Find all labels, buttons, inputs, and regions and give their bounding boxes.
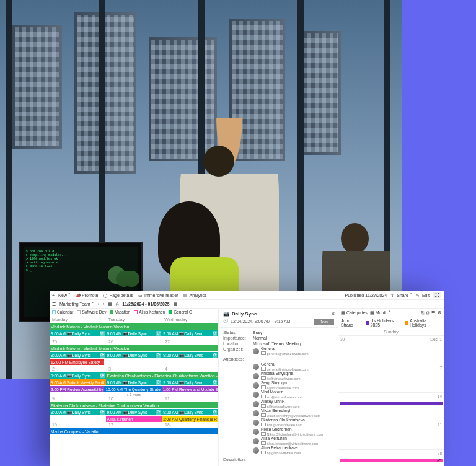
mail-icon: [261, 404, 266, 408]
month-cell[interactable]: 21: [338, 421, 444, 450]
settings-icon[interactable]: ⚙: [438, 310, 441, 315]
date-range[interactable]: 11/25/2024 - 01/06/2025: [122, 302, 169, 306]
mail-icon: [261, 451, 266, 454]
event-vacation[interactable]: Vladimir Motorin - Vladimir Motorin Vaca…: [50, 345, 218, 351]
description-label: Description:: [223, 457, 253, 462]
date-number: 14: [438, 394, 442, 398]
nav-prev[interactable]: ‹: [98, 302, 99, 306]
legend-alisa[interactable]: Alisa Kettunen: [134, 310, 165, 314]
holiday-bar[interactable]: [340, 402, 443, 405]
new-button[interactable]: +New ˅: [52, 293, 71, 298]
event-daily-sync[interactable]: 9:00 AM📷 Daily Sync⟳: [50, 352, 106, 358]
importance-value: Normal: [253, 336, 267, 340]
legend-general[interactable]: General C: [169, 310, 192, 314]
list-icon: ☰: [52, 302, 56, 307]
attendee-email: s@virtosoftware.com: [261, 385, 299, 390]
event-alisa[interactable]: Alisa Kettunen: [106, 416, 162, 422]
holiday-bar[interactable]: [340, 459, 443, 462]
month-cell[interactable]: 14: [338, 393, 444, 421]
event-daily-sync[interactable]: 9:00 AM📷 Daily Sync⟳: [162, 409, 218, 415]
attendees-label: Attendees:: [223, 357, 253, 361]
event-daily-sync[interactable]: 9:00 AM📷 Daily Sync⟳: [162, 379, 218, 385]
event-daily-sync[interactable]: 9:00 AM📷 Daily Sync⟳: [50, 330, 106, 336]
event-daily-sync[interactable]: 9:00 AM📷 Daily Sync⟳: [106, 379, 162, 385]
mail-icon: [261, 376, 266, 380]
mail-icon: [261, 385, 266, 389]
event-daily-sync[interactable]: 9:00 AM📷 Daily Sync⟳: [106, 330, 162, 336]
legend-au-holidays[interactable]: Australia Holidays: [405, 319, 441, 327]
attendee-email: al@virtosoftware.com: [261, 404, 300, 409]
join-button[interactable]: Join: [314, 319, 334, 325]
recur-icon: ⟳: [100, 331, 105, 336]
month-cell[interactable]: 7: [338, 364, 444, 393]
event-daily-sync[interactable]: 9:00 AM📷 Daily Sync⟳: [50, 409, 106, 415]
mail-icon: [261, 413, 266, 417]
edit-button[interactable]: ✎Edit: [416, 293, 430, 298]
mail-icon: [261, 441, 266, 445]
attendee-row: General general@virtosoftware.com: [253, 363, 334, 371]
legend-row: Calendar Software Dev Vacation Alisa Ket…: [50, 309, 218, 315]
event-marina-vacation[interactable]: Marina Conquest - Vacation: [50, 428, 218, 434]
avatar: [253, 348, 259, 354]
categories-button[interactable]: ▦ Categories: [341, 310, 368, 315]
team-picker[interactable]: Marketing Team ˅: [60, 302, 94, 307]
square-icon: [366, 321, 369, 325]
date-number: 17: [108, 423, 113, 427]
immersive-reader-button[interactable]: ▭Immersive reader: [138, 293, 178, 298]
event-review[interactable]: 2:00 PMReview Accessibility: [50, 386, 104, 392]
event-daily-sync[interactable]: 9:00 AM📷 Daily Sync⟳: [162, 330, 218, 336]
attendee-row: Sergi Sinyugin s@virtosoftware.com: [253, 381, 334, 390]
date-number: 7: [439, 366, 442, 370]
legend-vacation[interactable]: Vacation: [110, 310, 130, 314]
legend-software-dev[interactable]: Software Dev: [77, 310, 106, 314]
week-row: Vladimir Motorin - Vladimir Motorin Vaca…: [50, 345, 218, 372]
attendee-email: ap@virtosoftware.com: [261, 451, 301, 455]
week-row: Ekaterina Chukhontseva - Ekaterina Chukh…: [50, 402, 218, 428]
event-review[interactable]: 1:05 PMReview and Update E: [162, 386, 219, 392]
day-header: Wednesday: [162, 315, 218, 323]
today-icon[interactable]: ▦: [108, 302, 112, 307]
event-daily-sync[interactable]: 9:00 AM📷 Daily Sync⟳: [106, 409, 162, 415]
list-icon[interactable]: ☰: [431, 310, 435, 315]
print-icon[interactable]: ⎙: [426, 310, 429, 315]
attendee-row: Nikita Shcherban Nikita.Shcherban@virtos…: [253, 428, 334, 436]
event-vacation[interactable]: Ekaterina Chukhontseva - Ekaterina Chukh…: [50, 402, 218, 408]
legend-calendar[interactable]: Calendar: [52, 310, 73, 314]
event-quarterly[interactable]: 10:00 AMThe Quarterly Strate: [104, 386, 161, 392]
avatar: [253, 420, 259, 426]
legend-us-holidays[interactable]: Us Holidays 2025: [366, 319, 401, 327]
expand-icon[interactable]: ⤢: [436, 457, 441, 464]
plus-icon: +: [52, 293, 57, 298]
event-daily-sync[interactable]: 9:00 AM📷 Daily Sync⟳: [162, 352, 218, 358]
fullscreen-button[interactable]: ⛶: [433, 292, 441, 298]
attendee-row: Viktor Bereshnyi viktor.bereshnyi@virtos…: [253, 409, 334, 418]
page-details-button[interactable]: ⓘPage details: [103, 293, 133, 298]
analytics-button[interactable]: ▥Analytics: [183, 293, 206, 298]
event-financial[interactable]: 1:08 AMQuarterly Financial R: [162, 416, 218, 422]
legend-john[interactable]: John Straus: [341, 319, 362, 327]
event-daily-sync[interactable]: 9:00 AM📷 Daily Sync⟳: [106, 352, 162, 358]
view-picker[interactable]: ▦ Month ˅: [370, 310, 391, 315]
print-icon[interactable]: ⎙: [116, 302, 118, 306]
importance-label: Importance:: [223, 336, 253, 340]
month-cell[interactable]: 28: [338, 450, 444, 466]
status-value: Busy: [253, 330, 263, 335]
event-vacation[interactable]: Ekaterina Chukhontseva - Ekaterina Chukh…: [106, 372, 219, 379]
event-vacation[interactable]: Vladimir Motorin - Vladimir Motorin Vaca…: [50, 323, 218, 330]
copy-icon[interactable]: ⎘: [421, 310, 424, 315]
event-daily-sync[interactable]: 9:00 AM📷 Daily Sync⟳: [50, 372, 106, 379]
day-header: Tuesday: [106, 315, 162, 323]
month-cell[interactable]: 30Dec. 1: [338, 336, 444, 364]
event-submit-weekly[interactable]: 9:00 AMSubmit Weekly Publi: [50, 379, 106, 385]
date-number: 25: [52, 340, 57, 344]
avatar: [253, 401, 259, 407]
clock-icon: 🕘: [223, 319, 229, 323]
close-icon[interactable]: ✕: [331, 311, 335, 317]
promote-button[interactable]: 📣Promote: [76, 293, 98, 298]
organizer-label: Organizer:: [223, 347, 253, 356]
nav-next[interactable]: ›: [103, 302, 104, 306]
day-headers: Monday Tuesday Wednesday: [50, 315, 218, 323]
calendar-picker-icon[interactable]: ▦: [174, 302, 178, 307]
event-safety-training[interactable]: 12:00 PMEmployee Safety Trai: [50, 359, 104, 365]
share-button[interactable]: ⇪Share ˅: [390, 293, 412, 298]
